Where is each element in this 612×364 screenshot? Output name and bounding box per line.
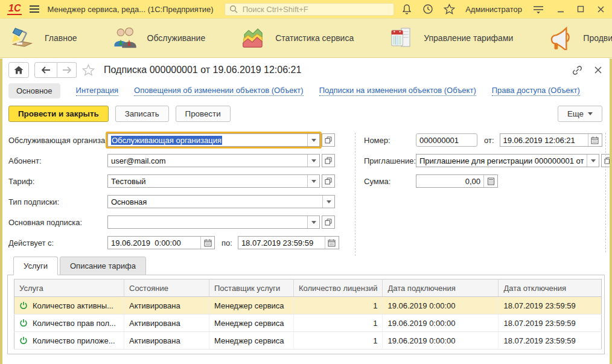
tariff-input[interactable]: Тестовый	[107, 174, 320, 188]
favorites-star-icon[interactable]	[444, 4, 455, 14]
abonent-open-button[interactable]	[322, 154, 335, 167]
section-main[interactable]: Главное	[10, 26, 77, 50]
column-header-disconnected[interactable]: Дата отключения	[499, 279, 602, 297]
org-open-button[interactable]	[322, 133, 335, 147]
service-licenses: 1	[294, 297, 383, 315]
power-icon	[19, 336, 28, 345]
section-label: Управление тарифами	[424, 33, 513, 43]
number-date-calendar-button[interactable]	[588, 134, 602, 146]
write-button[interactable]: Записать	[115, 106, 169, 122]
close-form-icon[interactable]	[594, 66, 602, 74]
get-link-icon[interactable]	[572, 65, 583, 76]
org-input[interactable]: Обслуживающая организация	[107, 133, 320, 147]
more-label: Еще	[567, 109, 584, 118]
form-header: Подписка 000000001 от 19.06.2019 12:06:2…	[0, 58, 612, 81]
valid-to-label: по:	[222, 238, 232, 247]
amount-calculator-button[interactable]	[483, 175, 497, 187]
tab-change-notifications[interactable]: Оповещения об изменении объектов (Объект…	[134, 86, 304, 96]
abonent-dropdown-button[interactable]	[307, 155, 319, 167]
tab-change-subscriptions[interactable]: Подписки на изменения объектов (Объект)	[319, 86, 476, 96]
tab-access-rights[interactable]: Права доступа (Объект)	[492, 86, 580, 96]
form-accent-strip-left	[0, 59, 2, 364]
service-menu-icon[interactable]	[532, 4, 544, 14]
table-row[interactable]: Количество приложе... Активирована Менед…	[14, 332, 602, 350]
tariff-open-button[interactable]	[322, 174, 335, 188]
subscription-type-input[interactable]: Основная	[107, 195, 335, 208]
main-subscription-value	[108, 216, 307, 228]
tab-tariff-description[interactable]: Описание тарифа	[60, 257, 146, 275]
column-header-state[interactable]: Состояние	[124, 279, 209, 297]
services-panel: Услуга Состояние Поставщик услуги Количе…	[7, 275, 605, 354]
invitation-dropdown-button[interactable]	[587, 155, 599, 167]
service-disconnected: 18.07.2019 23:59:59	[499, 315, 602, 332]
table-row[interactable]: Количество прав пол... Активирована Мене…	[14, 315, 602, 332]
more-button[interactable]: Еще	[558, 106, 602, 122]
number-date-input[interactable]: 19.06.2019 12:06:21	[500, 133, 602, 147]
valid-to-calendar-button[interactable]	[325, 237, 339, 249]
post-and-close-button[interactable]: Провести и закрыть	[8, 106, 109, 122]
close-window-button[interactable]	[597, 5, 605, 13]
section-statistics[interactable]: Статистика сервиса	[240, 26, 354, 50]
window-title: Менеджер сервиса, реда... (1С:Предприяти…	[47, 5, 213, 14]
amount-label: Сумма:	[364, 177, 416, 186]
maximize-button[interactable]	[577, 5, 584, 13]
abonent-label: Абонент:	[8, 156, 107, 165]
favorite-star-icon[interactable]	[82, 64, 95, 76]
service-state: Активирована	[124, 315, 209, 332]
service-connected: 19.06.2019 0:00:00	[383, 315, 499, 332]
notifications-bell-icon[interactable]	[401, 4, 412, 14]
table-row[interactable]: Количество активны... Активирована Менед…	[14, 297, 602, 315]
valid-to-input[interactable]: 18.07.2019 23:59:59	[238, 236, 339, 249]
desk-lamp-icon	[10, 26, 35, 50]
section-service[interactable]: Обслуживание	[112, 26, 206, 50]
users-icon	[112, 26, 138, 50]
amount-value: 0,00	[416, 175, 483, 187]
main-subscription-dropdown-button[interactable]	[307, 216, 319, 228]
1c-application-window: 1С Менеджер сервиса, реда... (1С:Предпри…	[0, 0, 612, 364]
search-input[interactable]	[241, 4, 390, 14]
sections-panel: Главное Обслуживание	[0, 18, 612, 58]
power-icon	[19, 319, 28, 327]
valid-from-input[interactable]: 19.06.2019 0:00:00	[107, 236, 215, 249]
number-date-label: от:	[484, 136, 494, 145]
tab-services[interactable]: Услуги	[13, 257, 58, 275]
tariff-value: Тестовый	[108, 175, 307, 187]
column-header-licenses[interactable]: Количество лицензий	[294, 279, 383, 297]
home-button[interactable]	[8, 62, 29, 78]
valid-from-value: 19.06.2019 0:00:00	[108, 237, 200, 249]
post-button[interactable]: Провести	[176, 106, 231, 122]
tab-main[interactable]: Основное	[8, 83, 60, 98]
forward-button[interactable]	[57, 62, 77, 78]
tariff-dropdown-button[interactable]	[307, 175, 319, 187]
org-value: Обслуживающая организация	[108, 134, 307, 146]
section-tariffs[interactable]: Управление тарифами	[389, 26, 513, 50]
amount-input[interactable]: 0,00	[416, 174, 498, 188]
valid-from-calendar-button[interactable]	[200, 237, 214, 249]
section-promotion[interactable]: Продвижение сервиса	[548, 26, 612, 50]
main-subscription-label: Основная подписка:	[8, 218, 107, 227]
current-user[interactable]: Администратор	[465, 5, 522, 14]
chevron-down-icon	[588, 112, 593, 118]
column-header-service[interactable]: Услуга	[14, 279, 124, 297]
back-button[interactable]	[34, 62, 57, 78]
invitation-label: Приглашение:	[364, 156, 416, 165]
service-state: Активирована	[124, 297, 209, 315]
invitation-input[interactable]: Приглашение для регистрации 000000001 от	[416, 154, 599, 167]
history-icon[interactable]	[422, 4, 433, 14]
subscription-type-dropdown-button[interactable]	[322, 196, 334, 208]
tab-integration[interactable]: Интеграция	[76, 86, 119, 96]
service-state: Активирована	[124, 332, 209, 350]
abonent-input[interactable]: user@mail.com	[107, 154, 320, 167]
org-dropdown-button[interactable]	[307, 134, 319, 146]
column-header-provider[interactable]: Поставщик услуги	[209, 279, 294, 297]
main-subscription-open-button[interactable]	[322, 216, 335, 229]
number-input[interactable]: 000000001	[416, 133, 477, 147]
subscription-type-label: Тип подписки:	[8, 197, 107, 206]
main-subscription-input[interactable]	[107, 216, 320, 229]
service-licenses: 1	[294, 315, 383, 332]
section-label: Главное	[45, 33, 77, 43]
minimize-button[interactable]	[557, 5, 564, 13]
column-header-connected[interactable]: Дата подключения	[383, 279, 499, 297]
hamburger-menu-icon[interactable]	[29, 5, 40, 13]
global-search[interactable]	[225, 3, 395, 16]
